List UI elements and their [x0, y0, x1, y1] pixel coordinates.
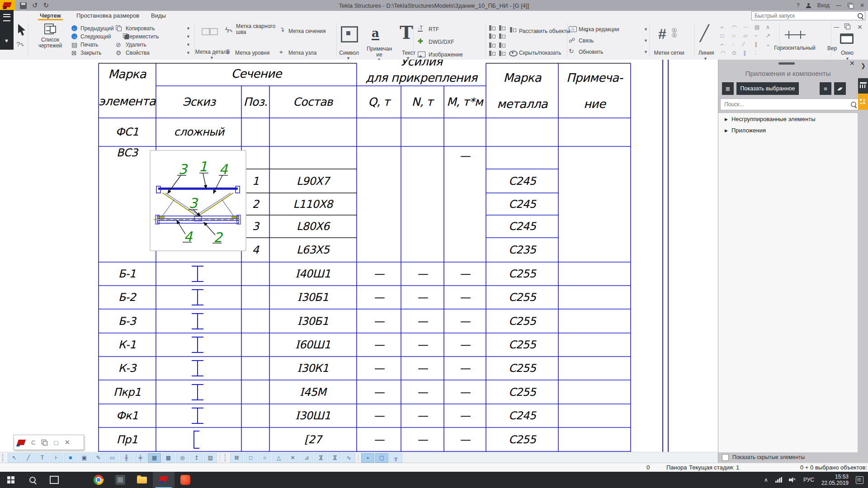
- dimension-line-button[interactable]: ╪: [134, 453, 147, 463]
- sketch-tool-icon[interactable]: ⁄: [743, 42, 744, 47]
- sketch-tool-icon[interactable]: ◠: [732, 24, 736, 30]
- grid-button[interactable]: ▦: [148, 453, 161, 463]
- panel-drag-handle[interactable]: [778, 62, 795, 65]
- floating-mini-toolbar[interactable]: С □ ✕: [14, 435, 84, 450]
- section-mark-button[interactable]: Метка сечения: [288, 28, 326, 34]
- language-indicator[interactable]: РУС: [803, 477, 814, 483]
- distribute-icon[interactable]: [499, 42, 501, 48]
- properties-dropdown[interactable]: ▼: [186, 51, 190, 55]
- sketch-tool-icon[interactable]: ⌐: [721, 42, 724, 47]
- sketch-tool-icon[interactable]: ∥: [743, 50, 746, 56]
- panel-collapse-button[interactable]: ◢◤: [834, 82, 846, 95]
- ribbon-minimize-icon[interactable]: —: [834, 24, 839, 30]
- revision-mark-button[interactable]: Метка редакции: [579, 26, 619, 33]
- toolbar-handle[interactable]: [2, 454, 5, 461]
- clock[interactable]: 15:53 22.05.2019: [821, 474, 849, 486]
- update-dropdown[interactable]: ▼: [644, 50, 648, 54]
- symbol-button[interactable]: ▣: [78, 453, 91, 463]
- triangle-button[interactable]: △: [272, 453, 285, 463]
- level-mark-button[interactable]: Метка уровня: [235, 50, 269, 56]
- panel-menu-button[interactable]: ≡: [820, 82, 831, 95]
- context-help-icon[interactable]: ?✎: [16, 41, 24, 47]
- hatch-button[interactable]: ▨: [204, 453, 217, 463]
- tray-expand-icon[interactable]: ∧: [764, 477, 768, 483]
- volume-muted-icon[interactable]: ✕: [789, 477, 796, 483]
- sketch-tool-icon[interactable]: ⊙: [732, 50, 736, 56]
- select-tool-icon[interactable]: [17, 23, 27, 36]
- catalog-tab[interactable]: [858, 78, 868, 94]
- ribbon-close-icon[interactable]: ✕: [857, 24, 863, 30]
- cross-button[interactable]: ✕: [286, 453, 299, 463]
- node-mark-button[interactable]: Метка узла: [288, 50, 316, 56]
- panel-list-view-button[interactable]: ≣: [722, 82, 734, 95]
- sketch-tool-icon[interactable]: ∥: [755, 42, 757, 47]
- snap-button[interactable]: ↥: [190, 453, 203, 463]
- print-button[interactable]: Печать: [80, 42, 98, 48]
- show-hidden-checkbox[interactable]: [722, 454, 729, 461]
- explorer-button[interactable]: [131, 472, 153, 488]
- sketch-tool-icon[interactable]: □: [721, 33, 724, 38]
- next-button[interactable]: Следующий: [80, 33, 111, 40]
- drawing-canvas[interactable]: МаркаэлементаСечениеЭскизПоз.СоставУсили…: [0, 60, 718, 452]
- tab-dimensioning[interactable]: Простановка размеров: [75, 12, 141, 19]
- link-button[interactable]: Связь: [579, 38, 594, 44]
- circle-button[interactable]: ○: [258, 453, 271, 463]
- sketch-tool-icon[interactable]: ◌: [732, 42, 735, 47]
- level-mark-button[interactable]: ⊦: [50, 453, 63, 463]
- user-icon[interactable]: [806, 3, 811, 8]
- expand-icon[interactable]: ▶: [725, 117, 728, 122]
- select-area-button[interactable]: ▢: [375, 453, 388, 463]
- text-button[interactable]: Текст: [399, 50, 419, 56]
- sketch-tool-icon[interactable]: ▱: [743, 33, 747, 38]
- hourglass-cross-button[interactable]: ⋈: [328, 453, 341, 463]
- close-drawing-button[interactable]: Закрыть: [80, 50, 101, 56]
- close-button[interactable]: ✕: [860, 2, 864, 9]
- hourglass-button[interactable]: ⋈: [314, 453, 327, 463]
- quick-launch-search[interactable]: [751, 11, 865, 20]
- grid-dots-button[interactable]: ▩: [162, 453, 175, 463]
- tree-item-applications[interactable]: ▶ Приложения: [725, 127, 766, 134]
- app-button[interactable]: [109, 472, 131, 488]
- mini-restore-icon[interactable]: [42, 440, 47, 446]
- tree-item-ungrouped[interactable]: ▶ Несгруппированные элементы: [725, 116, 816, 122]
- tab-views[interactable]: Виды: [149, 12, 168, 19]
- chrome-button[interactable]: [88, 472, 109, 488]
- horizontal-dimension-button[interactable]: Горизонтальный: [774, 45, 816, 51]
- freehand-line-button[interactable]: ╱: [22, 453, 35, 463]
- symbol-button[interactable]: Символ: [336, 50, 362, 56]
- align-icon[interactable]: [489, 25, 491, 31]
- mini-maximize-icon[interactable]: □: [54, 439, 58, 446]
- line-button[interactable]: Линия: [696, 50, 716, 56]
- note-button[interactable]: Примечание: [366, 46, 392, 58]
- sketch-tool-icon[interactable]: ◠: [721, 50, 725, 56]
- start-button[interactable]: [0, 472, 22, 488]
- sketch-tool-icon[interactable]: −: [755, 33, 758, 38]
- filled-area-button[interactable]: ■: [64, 453, 77, 463]
- sketch-tool-icon[interactable]: ∧: [766, 24, 770, 30]
- tab-drawing[interactable]: Чертеж: [38, 12, 63, 20]
- help-button[interactable]: ?: [797, 2, 800, 9]
- components-tab-active[interactable]: ■▲●✚: [858, 94, 868, 110]
- quick-launch-input[interactable]: [754, 12, 858, 19]
- panel-search-input[interactable]: [723, 101, 851, 108]
- update-button[interactable]: Обновить: [579, 49, 603, 55]
- move-dropdown[interactable]: ▼: [186, 34, 190, 39]
- hide-show-button[interactable]: Скрыть/показать: [519, 50, 561, 56]
- move-button[interactable]: Переместить: [126, 33, 159, 40]
- align-icon[interactable]: [499, 25, 501, 31]
- rtf-button[interactable]: RTF: [429, 26, 439, 33]
- minimize-button[interactable]: —: [836, 2, 841, 9]
- panel-close-icon[interactable]: ✕: [849, 60, 855, 67]
- dwg-dxf-button[interactable]: DWG/DXF: [429, 39, 454, 45]
- sketch-tool-icon[interactable]: ∩: [732, 33, 736, 38]
- login-button[interactable]: Вход: [817, 2, 830, 9]
- task-view-button[interactable]: [43, 472, 65, 488]
- sketch-tool-icon[interactable]: ⁚: [755, 50, 756, 56]
- zoom-button[interactable]: ◎: [176, 453, 189, 463]
- bolt-button[interactable]: ⊠: [230, 453, 243, 463]
- dimension-button[interactable]: ╫: [120, 453, 133, 463]
- copy-button[interactable]: Копировать: [126, 25, 155, 32]
- panel-search[interactable]: [720, 99, 859, 110]
- align-icon[interactable]: [489, 33, 491, 39]
- sketch-tool-icon[interactable]: ▤: [755, 24, 760, 30]
